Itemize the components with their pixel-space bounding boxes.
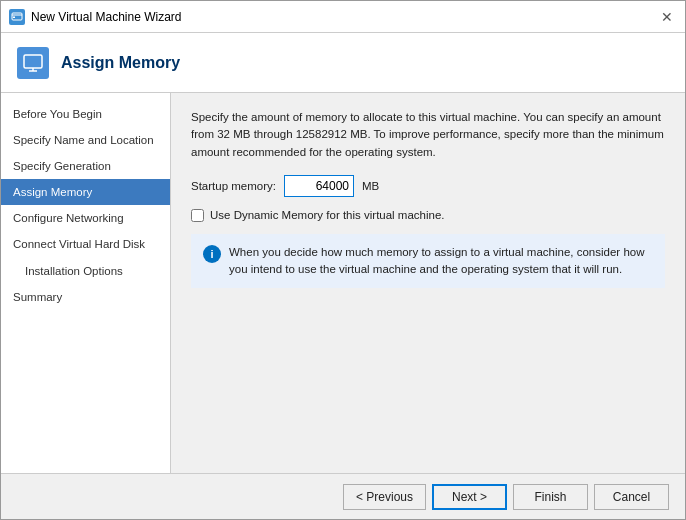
next-button[interactable]: Next > <box>432 484 507 510</box>
dynamic-memory-row: Use Dynamic Memory for this virtual mach… <box>191 209 665 222</box>
sidebar-item-configure-networking[interactable]: Configure Networking <box>1 205 170 231</box>
title-bar: New Virtual Machine Wizard ✕ <box>1 1 685 33</box>
info-text: When you decide how much memory to assig… <box>229 244 653 279</box>
info-box: i When you decide how much memory to ass… <box>191 234 665 289</box>
main-content: Specify the amount of memory to allocate… <box>171 93 685 473</box>
close-button[interactable]: ✕ <box>657 7 677 27</box>
header-icon <box>17 47 49 79</box>
footer: < Previous Next > Finish Cancel <box>1 473 685 519</box>
previous-button[interactable]: < Previous <box>343 484 426 510</box>
dynamic-memory-checkbox[interactable] <box>191 209 204 222</box>
title-bar-left: New Virtual Machine Wizard <box>9 9 182 25</box>
finish-button[interactable]: Finish <box>513 484 588 510</box>
dynamic-memory-label[interactable]: Use Dynamic Memory for this virtual mach… <box>210 209 445 221</box>
sidebar-item-before-you-begin[interactable]: Before You Begin <box>1 101 170 127</box>
sidebar-item-connect-hard-disk[interactable]: Connect Virtual Hard Disk <box>1 231 170 257</box>
sidebar-item-installation-options[interactable]: Installation Options <box>1 258 170 284</box>
startup-memory-label: Startup memory: <box>191 180 276 192</box>
startup-memory-input[interactable] <box>284 175 354 197</box>
svg-rect-3 <box>24 55 42 68</box>
cancel-button[interactable]: Cancel <box>594 484 669 510</box>
window-title: New Virtual Machine Wizard <box>31 10 182 24</box>
svg-rect-2 <box>13 16 15 18</box>
info-icon-letter: i <box>210 248 213 260</box>
sidebar: Before You Begin Specify Name and Locati… <box>1 93 171 473</box>
wizard-window: New Virtual Machine Wizard ✕ Assign Memo… <box>0 0 686 520</box>
sidebar-item-summary[interactable]: Summary <box>1 284 170 310</box>
page-title: Assign Memory <box>61 54 180 72</box>
info-icon: i <box>203 245 221 263</box>
memory-unit: MB <box>362 180 379 192</box>
sidebar-item-specify-name[interactable]: Specify Name and Location <box>1 127 170 153</box>
sidebar-item-assign-memory[interactable]: Assign Memory <box>1 179 170 205</box>
memory-row: Startup memory: MB <box>191 175 665 197</box>
description-text: Specify the amount of memory to allocate… <box>191 109 665 161</box>
content-area: Before You Begin Specify Name and Locati… <box>1 93 685 473</box>
wizard-icon <box>9 9 25 25</box>
sidebar-item-specify-generation[interactable]: Specify Generation <box>1 153 170 179</box>
header-section: Assign Memory <box>1 33 685 93</box>
